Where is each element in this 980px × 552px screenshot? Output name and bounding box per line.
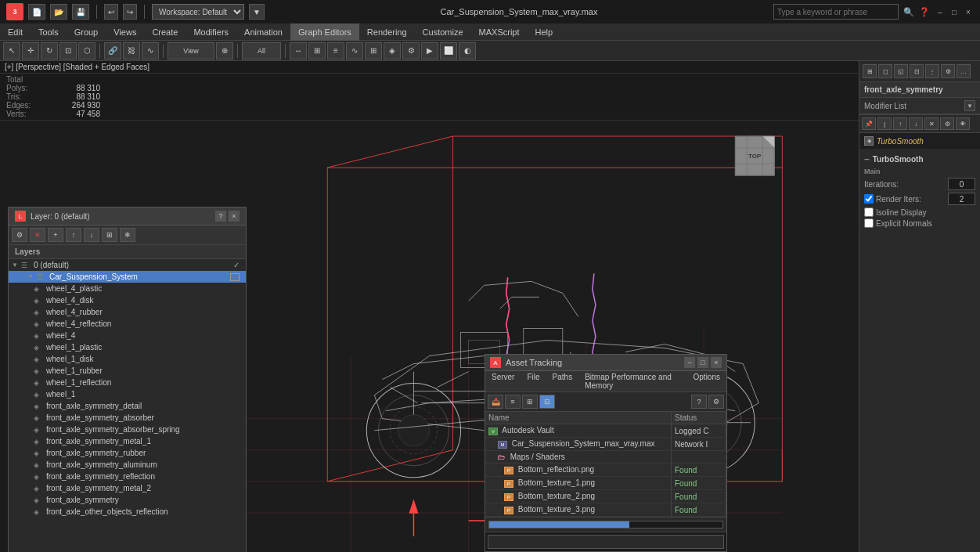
explicit-normals-checkbox[interactable] — [864, 218, 874, 228]
select-filter[interactable]: All — [242, 42, 281, 60]
render-icon-4[interactable]: ⊡ — [910, 64, 924, 78]
layer-panel-help[interactable]: ? — [215, 211, 226, 222]
asset-row-png3[interactable]: P Bottom_texture_2.png Found — [485, 490, 726, 503]
list-item[interactable]: ◈ wheel_4_reflection — [9, 318, 246, 330]
search-input[interactable] — [773, 4, 899, 20]
curve-editor[interactable]: ∿ — [346, 42, 363, 60]
workspace-dropdown[interactable]: ▼ — [249, 4, 265, 20]
asset-menu-bitmap[interactable]: Bitmap Performance and Memory — [578, 371, 686, 391]
minimize-button[interactable]: – — [935, 6, 946, 17]
search-icon[interactable]: 🔍 — [903, 7, 914, 17]
move-tool[interactable]: ✛ — [22, 42, 39, 60]
render-setup[interactable]: ⚙ — [402, 42, 420, 60]
asset-row-maps[interactable]: 🗁 Maps / Shaders — [485, 451, 726, 464]
mod-delete-btn[interactable]: ✕ — [924, 117, 939, 130]
layer-manager[interactable]: ≡ — [327, 42, 344, 60]
pin-stack-btn[interactable]: 📌 — [862, 117, 876, 130]
menu-help[interactable]: Help — [528, 23, 561, 41]
place-tool[interactable]: ⬡ — [78, 42, 95, 60]
layer-item-car-suspension[interactable]: ▼ ☰ Car_Suspension_System — [9, 271, 246, 283]
render-frame[interactable]: ⬜ — [440, 42, 457, 60]
asset-row-png2[interactable]: P Bottom_texture_1.png Found — [485, 477, 726, 490]
maximize-button[interactable]: □ — [949, 6, 960, 17]
render-btn[interactable]: ▶ — [421, 42, 438, 60]
material-editor[interactable]: ◈ — [384, 42, 401, 60]
render-icon-7[interactable]: … — [957, 64, 971, 78]
render-icon-2[interactable]: ◻ — [878, 64, 892, 78]
asset-titlebar[interactable]: A Asset Tracking – □ × — [485, 355, 726, 371]
active-shade[interactable]: ◐ — [459, 42, 476, 60]
asset-tool-3[interactable]: ⊞ — [522, 395, 538, 409]
reference-coord[interactable]: View — [168, 42, 214, 60]
workspace-select[interactable]: Workspace: Default — [152, 4, 244, 20]
list-item[interactable]: ◈ wheel_1_reflection — [9, 377, 246, 388]
mod-show-btn[interactable]: 👁 — [956, 117, 970, 130]
layer-panel-titlebar[interactable]: L Layer: 0 (default) ? × — [9, 207, 246, 225]
menu-animation[interactable]: Animation — [236, 23, 290, 41]
list-item[interactable]: ◈ wheel_4_plastic — [9, 283, 246, 294]
layer-add[interactable]: + — [48, 228, 63, 242]
layer-move-up[interactable]: ↑ — [66, 228, 81, 242]
list-item[interactable]: ◈ front_axle_symmetry_absorber — [9, 412, 246, 424]
list-item[interactable]: ◈ wheel_4_rubber — [9, 306, 246, 318]
asset-row-max[interactable]: M Car_Suspension_System_max_vray.max Net… — [485, 438, 726, 451]
asset-minimize[interactable]: – — [684, 357, 695, 368]
select-tool[interactable]: ↖ — [3, 42, 20, 60]
menu-views[interactable]: Views — [106, 23, 144, 41]
mod-move-up-btn[interactable]: ↑ — [893, 117, 907, 130]
menu-edit[interactable]: Edit — [0, 23, 31, 41]
layer-select[interactable]: ⊞ — [102, 228, 117, 242]
asset-tool-4[interactable]: ⊟ — [539, 395, 555, 409]
turbosm-collapse[interactable]: – — [864, 153, 870, 164]
isoline-checkbox[interactable] — [864, 207, 874, 217]
mirror-tool[interactable]: ↔ — [290, 42, 307, 60]
list-item[interactable]: ◈ front_axle_symmetry_metal_1 — [9, 435, 246, 447]
layer-freeze[interactable]: ❄ — [120, 228, 135, 242]
scale-tool[interactable]: ⊡ — [59, 42, 77, 60]
list-item[interactable]: ◈ front_axle_symmetry — [9, 494, 246, 506]
toolbar-undo[interactable]: ↩ — [104, 4, 118, 20]
asset-close[interactable]: × — [711, 357, 722, 368]
menu-group[interactable]: Group — [67, 23, 106, 41]
asset-row-vault[interactable]: V Autodesk Vault Logged C — [485, 424, 726, 438]
asset-tool-1[interactable]: 📥 — [488, 395, 503, 409]
asset-restore[interactable]: □ — [697, 357, 708, 368]
menu-rendering[interactable]: Rendering — [359, 23, 415, 41]
modifier-list-dropdown[interactable]: ▼ — [964, 100, 975, 111]
render-icon-5[interactable]: ⋮ — [925, 64, 939, 78]
pivot-tool[interactable]: ⊕ — [216, 42, 233, 60]
asset-row-png4[interactable]: P Bottom_texture_3.png Found — [485, 503, 726, 517]
mod-move-down-btn[interactable]: ↓ — [909, 117, 923, 130]
link-tool[interactable]: 🔗 — [104, 42, 121, 60]
asset-menu-file[interactable]: File — [521, 371, 546, 391]
mod-configure-btn[interactable]: ⚙ — [940, 117, 954, 130]
menu-tools[interactable]: Tools — [31, 23, 67, 41]
toolbar-open[interactable]: 📂 — [50, 4, 67, 20]
render-icon-1[interactable]: ⊞ — [863, 64, 877, 78]
render-iters-checkbox[interactable] — [864, 194, 874, 204]
list-item[interactable]: ◈ wheel_4_disk — [9, 294, 246, 306]
list-item[interactable]: ◈ front_axle_other_objects_reflection — [9, 506, 246, 518]
align-tool[interactable]: ⊞ — [308, 42, 326, 60]
list-item[interactable]: ◈ front_axle_symmetry_rubber — [9, 447, 246, 459]
bind-tool[interactable]: ∿ — [142, 42, 159, 60]
list-item[interactable]: ◈ front_axle_symmetry_metal_2 — [9, 482, 246, 494]
asset-settings-btn[interactable]: ⚙ — [708, 395, 724, 409]
list-item[interactable]: ◈ wheel_4 — [9, 330, 246, 341]
render-icon-6[interactable]: ⚙ — [941, 64, 955, 78]
list-item[interactable]: ◈ front_axle_symmetry_detail — [9, 400, 246, 412]
list-item[interactable]: ◈ front_axle_symmetry_absorber_spring — [9, 424, 246, 435]
layer-delete[interactable]: ✕ — [30, 228, 45, 242]
3d-viewport[interactable]: TOP L Layer: 0 (default) — [0, 121, 859, 552]
rotate-tool[interactable]: ↻ — [41, 42, 58, 60]
menu-customize[interactable]: Customize — [415, 23, 471, 41]
modifier-stack-item[interactable]: ◈ TurboSmooth — [861, 135, 978, 147]
unlink-tool[interactable]: ⛓ — [123, 42, 140, 60]
menu-maxscript[interactable]: MAXScript — [471, 23, 528, 41]
menu-modifiers[interactable]: Modifiers — [186, 23, 236, 41]
asset-tool-2[interactable]: ≡ — [505, 395, 521, 409]
asset-row-png1[interactable]: P Bottom_reflection.png Found — [485, 464, 726, 477]
render-iters-input[interactable] — [948, 193, 975, 205]
list-item[interactable]: ◈ front_axle_symmetry_aluminum — [9, 459, 246, 471]
asset-search-input[interactable] — [488, 535, 724, 549]
